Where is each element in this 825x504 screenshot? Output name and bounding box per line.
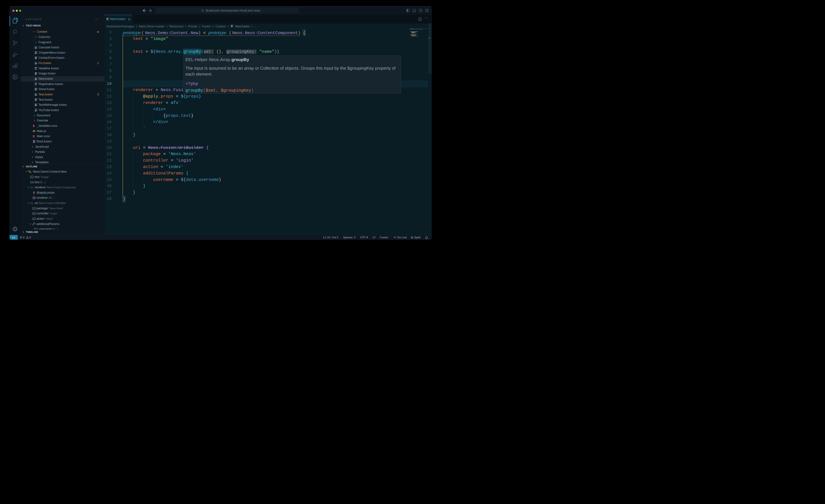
- svg-text:abc: abc: [31, 176, 33, 178]
- svg-text:abc: abc: [33, 208, 35, 209]
- svg-text:abc: abc: [33, 218, 35, 220]
- svg-text:abc: abc: [33, 213, 35, 214]
- svg-text:{}: {}: [30, 202, 33, 205]
- svg-text:{}: {}: [30, 186, 33, 189]
